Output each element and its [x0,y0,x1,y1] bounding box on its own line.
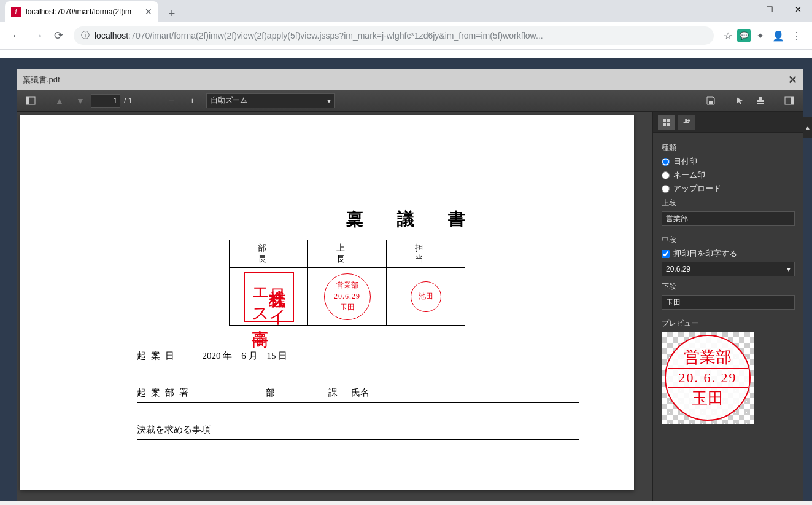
sidebar-tab-grid[interactable] [658,115,675,130]
print-date-checkbox[interactable]: 押印日を印字する [662,248,795,259]
url-host: localhost [95,31,128,41]
middle-label: 中段 [662,235,795,245]
extensions-puzzle-icon[interactable]: ✦ [751,26,769,45]
back-button[interactable]: ← [6,25,27,46]
maximize-button[interactable]: ☐ [756,0,784,18]
preview-label: プレビュー [662,318,795,329]
preview-stamp-image: 営業部 20. 6. 29 玉田 [665,335,751,421]
address-bar: ← → ⟳ ⓘ localhost :7070/imart/forma(2f)i… [0,22,812,50]
stamp-header-3: 担 当 [387,240,465,268]
scroll-up-arrow[interactable]: ▲ [803,117,812,138]
horizontal-scrollbar[interactable] [0,501,812,505]
svg-rect-5 [791,97,794,104]
zoom-out-button[interactable]: − [162,93,180,109]
radio-upload[interactable]: アップロード [662,183,795,194]
pointer-tool-button[interactable] [730,93,749,109]
browser-tab[interactable]: i localhost:7070/imart/forma(2f)im ✕ [5,1,158,22]
browser-tabstrip: i localhost:7070/imart/forma(2f)im ✕ + [0,0,812,22]
stamp-settings-sidebar: 種類 日付印 ネーム印 アップロード 上段 中段 押印日を印字する 20.6.2… [652,112,803,501]
pdf-page: 稟 議 書 部 長 上 長 担 当 株式会社ロイエス商事 営業部 20.6.29 [20,115,634,490]
forward-button[interactable]: → [27,25,48,46]
url-path: :7070/imart/forma(2f)imw(2f)view(2f)appl… [128,31,543,41]
lower-label: 下段 [662,281,795,292]
minimize-button[interactable]: ― [727,0,756,18]
radio-date-stamp[interactable]: 日付印 [662,156,795,167]
svg-rect-6 [663,119,666,122]
page-number-input[interactable] [91,94,120,108]
page-total: / 1 [124,96,132,105]
zoom-select[interactable]: 自動ズーム ▾ [206,93,335,108]
document-title: 稟 議 書 [235,208,591,231]
svg-rect-1 [26,97,29,104]
company-square-stamp: 株式会社ロイエス商事 [244,272,294,322]
next-page-button[interactable]: ▼ [71,93,90,109]
middle-date-select[interactable]: 20.6.29 ▾ [662,262,795,276]
zoom-label: 自動ズーム [211,95,247,106]
stamp-header-2: 上 長 [308,240,387,268]
approval-stamp-table: 部 長 上 長 担 当 株式会社ロイエス商事 営業部 20.6.29 玉田 池田 [229,240,465,326]
upper-label: 上段 [662,198,795,208]
draft-date-row: 起案日 2020 年 6 月 15 日 [137,350,505,366]
svg-rect-8 [663,123,666,126]
tab-close-icon[interactable]: ✕ [145,7,152,17]
name-stamp: 池田 [411,281,441,312]
bookmark-star-icon[interactable]: ☆ [719,26,737,45]
radio-name-stamp[interactable]: ネーム印 [662,170,795,181]
window-close-button[interactable]: ✕ [784,0,812,18]
viewer-toolbar: ▲ ▼ / 1 − + 自動ズーム ▾ [17,90,803,112]
viewer-close-button[interactable]: ✕ [788,73,797,87]
svg-rect-7 [667,119,670,122]
save-button[interactable] [702,93,720,109]
type-label: 種類 [662,143,795,153]
pdf-viewer: 稟議書.pdf ✕ ▲ ▼ / 1 − + 自動ズーム ▾ [17,69,803,501]
stamp-header-1: 部 長 [230,240,308,268]
decision-row: 決裁を求める事項 [137,424,579,440]
browser-menu-icon[interactable]: ⋮ [787,26,806,45]
svg-rect-2 [709,101,713,104]
new-tab-button[interactable]: + [163,5,180,22]
prev-page-button[interactable]: ▲ [50,93,69,109]
toggle-right-panel-button[interactable] [780,93,798,109]
svg-rect-3 [757,103,764,104]
page-content: ▲ 稟議書.pdf ✕ ▲ ▼ / 1 − + 自動ズーム ▾ [0,58,812,505]
tab-title: localhost:7070/imart/forma(2f)im [26,7,141,16]
department-row: 起案部署 部 課 氏名 [137,387,579,403]
tab-favicon: i [11,7,21,17]
chevron-down-icon: ▾ [787,265,791,273]
viewer-titlebar: 稟議書.pdf ✕ [17,69,803,90]
viewer-filename: 稟議書.pdf [23,74,60,85]
svg-rect-9 [667,123,670,126]
upper-input[interactable] [662,211,795,226]
sidebar-content: 種類 日付印 ネーム印 アップロード 上段 中段 押印日を印字する 20.6.2… [653,133,803,501]
stamp-tool-button[interactable] [751,93,770,109]
toggle-sidebar-button[interactable] [21,93,40,109]
document-panel[interactable]: 稟 議 書 部 長 上 長 担 当 株式会社ロイエス商事 営業部 20.6.29 [17,112,652,501]
sidebar-tab-add-user[interactable] [678,115,695,130]
reload-button[interactable]: ⟳ [48,25,69,46]
zoom-in-button[interactable]: + [183,93,201,109]
site-info-icon[interactable]: ⓘ [81,30,90,41]
stamp-preview: 営業部 20. 6. 29 玉田 [662,332,754,424]
profile-avatar[interactable]: 👤 [769,26,787,45]
lower-input[interactable] [662,295,795,310]
date-stamp: 営業部 20.6.29 玉田 [324,273,371,320]
chevron-down-icon: ▾ [327,96,331,105]
url-input[interactable]: ⓘ localhost :7070/imart/forma(2f)imw(2f)… [74,26,714,45]
sidebar-tabs [653,112,803,133]
extension-icon[interactable]: 💬 [737,29,751,42]
